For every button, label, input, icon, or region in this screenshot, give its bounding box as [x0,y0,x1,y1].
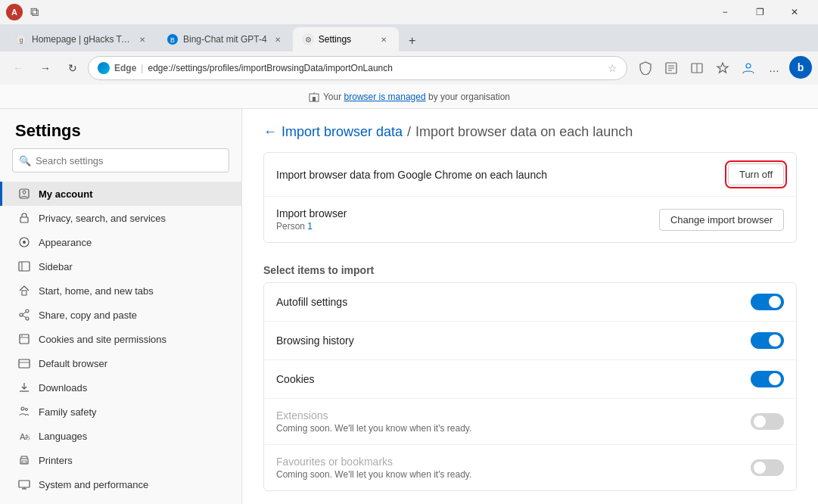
svg-point-25 [20,313,23,316]
import-browser-label: Import browser [276,207,347,219]
import-browser-info: Import browser Person 1 [276,207,347,232]
sidebar-label-downloads: Downloads [39,382,87,394]
sidebar-item-downloads[interactable]: Downloads [0,375,241,400]
svg-rect-40 [22,461,26,463]
copy-icon: ⧉ [30,5,39,19]
svg-text:B: B [170,36,175,44]
lock-icon [17,211,31,225]
sidebar-label-system: System and performance [39,479,148,490]
sidebar-label-languages: Languages [39,431,87,442]
sidebar-label-default-browser: Default browser [39,358,107,369]
tab-settings[interactable]: ⚙ Settings ✕ [293,27,399,51]
address-box[interactable]: Edge | edge://settings/profiles/importBr… [88,56,627,80]
collections-icon[interactable] [659,56,683,80]
favourites-info: Favourites or bookmarks Coming soon. We'… [276,456,471,480]
search-input[interactable] [36,155,222,166]
sidebar-label-printers: Printers [39,455,73,466]
sidebar-label-family-safety: Family safety [39,406,97,418]
sidebar-item-system[interactable]: System and performance [0,472,241,496]
cookies-slider [751,371,784,387]
close-button[interactable]: ✕ [777,0,812,24]
favorites-icon[interactable] [711,56,735,80]
sidebar-item-sidebar[interactable]: Sidebar [0,254,241,278]
shield-icon[interactable] [633,56,658,80]
turn-off-button[interactable]: Turn off [728,163,784,185]
browsing-history-label: Browsing history [276,334,354,347]
cookies-toggle[interactable] [751,371,784,387]
svg-point-12 [746,64,751,68]
person-number: 1 [307,221,313,232]
sidebar-item-cookies[interactable]: Cookies and site permissions [0,327,241,351]
appearance-icon [17,235,31,249]
import-browser-row: Import browser Person 1 Change import br… [264,197,796,242]
tab-favicon-bing: B [166,33,179,45]
svg-text:g: g [19,36,23,44]
more-menu-button[interactable]: … [762,56,786,80]
home-icon [17,284,31,297]
titlebar-left: A ⧉ [6,4,39,20]
sidebar-label-share-copy: Share, copy and paste [39,310,137,321]
sidebar-item-appearance[interactable]: Appearance [0,230,241,254]
tab-close-settings[interactable]: ✕ [378,33,390,45]
sidebar-item-privacy[interactable]: Privacy, search, and services [0,206,241,230]
forward-button[interactable]: → [33,56,58,80]
minimize-button[interactable]: − [708,0,742,24]
breadcrumb: ← Import browser data / Import browser d… [263,124,797,140]
edge-label: Edge [114,63,136,73]
bing-copilot-icon[interactable]: b [789,56,812,79]
toggle-row-cookies: Cookies [264,360,796,399]
content-area: ← Import browser data / Import browser d… [242,109,818,504]
tab-close-bing[interactable]: ✕ [272,33,284,45]
sidebar-item-my-account[interactable]: My account [0,182,241,206]
star-icon[interactable]: ☆ [608,62,617,74]
profile-icon[interactable] [736,56,760,80]
main-layout: Settings 🔍 My account Privacy, search, a… [0,109,818,504]
managed-link[interactable]: browser is managed [344,92,426,102]
languages-icon: Aあ [17,429,31,443]
svg-point-17 [23,191,26,194]
sidebar-item-printers[interactable]: Printers [0,448,241,472]
infobar-text: Your browser is managed by your organisa… [323,92,510,102]
sidebar-label-privacy: Privacy, search, and services [39,213,166,224]
browsing-history-toggle[interactable] [751,332,784,349]
refresh-button[interactable]: ↻ [61,56,85,80]
svg-point-35 [21,407,24,410]
search-box[interactable]: 🔍 [12,148,229,173]
share-icon [17,308,31,322]
toggle-row-browsing-history: Browsing history [264,322,796,360]
sidebar-item-share-copy[interactable]: Share, copy and paste [0,303,241,327]
favourites-toggle[interactable] [751,459,784,476]
sidebar-item-start-home[interactable]: Start, home, and new tabs [0,278,241,303]
system-icon [17,478,31,491]
sidebar-item-default-browser[interactable]: Default browser [0,351,241,375]
maximize-button[interactable]: ❐ [742,0,777,24]
breadcrumb-link[interactable]: Import browser data [281,124,403,140]
breadcrumb-back-button[interactable]: ← [263,124,277,140]
sidebar: Settings 🔍 My account Privacy, search, a… [0,109,242,504]
extensions-slider [751,413,784,430]
tab-close-homepage[interactable]: ✕ [136,33,148,45]
split-screen-icon[interactable] [685,56,709,80]
autofill-slider [751,294,784,310]
printer-icon [17,453,31,467]
back-button[interactable]: ← [6,56,30,80]
svg-rect-23 [22,291,26,295]
sidebar-item-languages[interactable]: Aあ Languages [0,424,241,448]
autofill-toggle[interactable] [751,294,784,310]
sidebar-label-start-home: Start, home, and new tabs [39,285,154,297]
toggle-row-autofill: Autofill settings [264,283,796,322]
autofill-label: Autofill settings [276,296,347,308]
sidebar-item-family-safety[interactable]: Family safety [0,400,241,424]
building-icon [308,91,320,103]
tab-bing[interactable]: B Bing-Chat mit GPT-4 ✕ [157,27,293,51]
new-tab-button[interactable]: + [402,30,423,51]
change-import-browser-button[interactable]: Change import browser [659,209,784,231]
extensions-toggle[interactable] [751,413,784,430]
svg-rect-41 [19,481,30,487]
svg-rect-18 [20,217,28,222]
tab-homepage[interactable]: g Homepage | gHacks Technology ✕ [6,27,157,51]
svg-line-27 [23,313,26,315]
svg-text:あ: あ [24,434,30,440]
browser-icon [17,356,31,370]
extensions-label: Extensions [276,409,328,422]
